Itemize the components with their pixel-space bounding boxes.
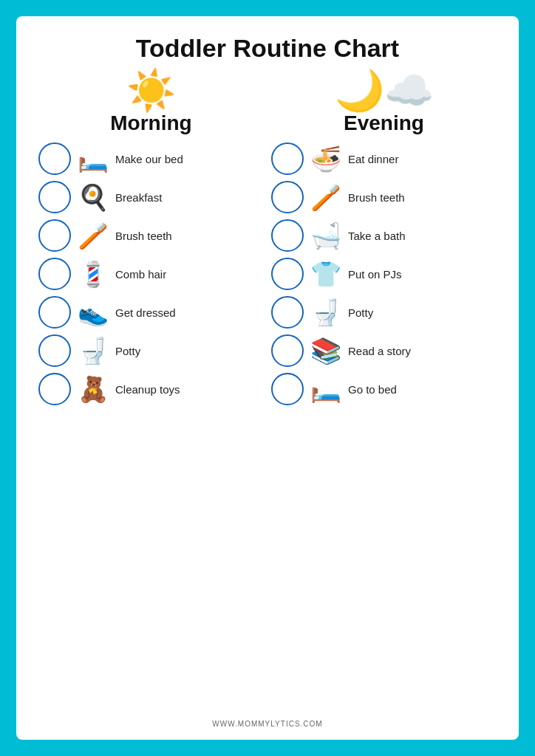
morning-task-item: 🚽 Potty (38, 333, 264, 368)
morning-checkbox-4[interactable] (38, 296, 71, 329)
evening-task-list: 🍜 Eat dinner 🪥 Brush teeth 🛁 Take a bath… (271, 141, 497, 407)
morning-checkbox-3[interactable] (38, 258, 71, 290)
evening-task-icon-1: 🪥 (308, 182, 344, 212)
evening-checkbox-3[interactable] (271, 258, 304, 290)
morning-task-item: 👟 Get dressed (38, 295, 264, 330)
evening-task-label-5: Read a story (348, 345, 411, 357)
evening-checkbox-5[interactable] (271, 334, 304, 367)
evening-task-label-3: Put on PJs (348, 268, 402, 281)
evening-task-item: 🚽 Potty (271, 295, 497, 330)
morning-title: Morning (110, 111, 191, 135)
morning-checkbox-2[interactable] (38, 219, 71, 252)
morning-task-label-6: Cleanup toys (115, 383, 180, 396)
morning-task-list: 🛏️ Make our bed 🍳 Breakfast 🪥 Brush teet… (38, 141, 264, 407)
evening-task-item: 👕 Put on PJs (271, 256, 497, 292)
evening-task-label-4: Potty (348, 306, 373, 319)
morning-task-item: 🪥 Brush teeth (38, 218, 264, 253)
evening-task-icon-0: 🍜 (308, 144, 344, 173)
evening-task-item: 🛏️ Go to bed (271, 371, 497, 407)
morning-task-icon-2: 🪥 (75, 221, 111, 250)
evening-task-icon-3: 👕 (308, 259, 344, 289)
evening-task-item: 🍜 Eat dinner (271, 141, 497, 176)
morning-task-icon-5: 🚽 (75, 336, 111, 365)
page-title: Toddler Routine Chart (136, 34, 399, 63)
evening-task-icon-5: 📚 (308, 336, 344, 365)
evening-task-item: 🪥 Brush teeth (271, 179, 497, 215)
sun-icon: ☀️ (126, 70, 176, 110)
morning-task-label-0: Make our bed (115, 153, 183, 165)
morning-column: ☀️ Morning 🛏️ Make our bed 🍳 Breakfast 🪥… (38, 70, 264, 717)
evening-task-label-2: Take a bath (348, 230, 406, 242)
morning-task-item: 🍳 Breakfast (38, 179, 264, 215)
morning-task-label-5: Potty (115, 345, 140, 357)
evening-column: 🌙☁️ Evening 🍜 Eat dinner 🪥 Brush teeth 🛁… (271, 70, 497, 717)
morning-task-icon-6: 🧸 (75, 374, 111, 404)
morning-task-icon-1: 🍳 (75, 182, 111, 212)
morning-task-label-1: Breakfast (115, 191, 162, 204)
morning-task-item: 💈 Comb hair (38, 256, 264, 292)
morning-task-icon-4: 👟 (75, 298, 111, 327)
morning-header: ☀️ Morning (110, 70, 191, 135)
evening-task-item: 📚 Read a story (271, 333, 497, 368)
footer: WWW.MOMMYLYTICS.COM (212, 720, 322, 728)
morning-task-icon-0: 🛏️ (75, 144, 111, 173)
morning-checkbox-5[interactable] (38, 334, 71, 367)
evening-checkbox-1[interactable] (271, 181, 304, 213)
page: Toddler Routine Chart ☀️ Morning 🛏️ Make… (16, 16, 519, 740)
morning-task-item: 🛏️ Make our bed (38, 141, 264, 176)
evening-checkbox-2[interactable] (271, 219, 304, 252)
evening-task-icon-6: 🛏️ (308, 374, 344, 404)
evening-checkbox-4[interactable] (271, 296, 304, 329)
morning-checkbox-6[interactable] (38, 373, 71, 405)
morning-task-label-3: Comb hair (115, 268, 166, 281)
evening-task-item: 🛁 Take a bath (271, 218, 497, 253)
moon-icon: 🌙☁️ (335, 70, 434, 110)
evening-title: Evening (344, 111, 424, 135)
morning-checkbox-1[interactable] (38, 181, 71, 213)
evening-task-icon-2: 🛁 (308, 221, 344, 250)
evening-header: 🌙☁️ Evening (335, 70, 434, 135)
morning-task-icon-3: 💈 (75, 259, 111, 289)
evening-checkbox-0[interactable] (271, 142, 304, 175)
evening-checkbox-6[interactable] (271, 373, 304, 405)
evening-task-label-0: Eat dinner (348, 153, 398, 165)
morning-task-item: 🧸 Cleanup toys (38, 371, 264, 407)
morning-checkbox-0[interactable] (38, 142, 71, 175)
evening-task-label-6: Go to bed (348, 383, 397, 396)
columns: ☀️ Morning 🛏️ Make our bed 🍳 Breakfast 🪥… (38, 70, 497, 717)
evening-task-label-1: Brush teeth (348, 191, 405, 204)
evening-task-icon-4: 🚽 (308, 298, 344, 327)
morning-task-label-4: Get dressed (115, 306, 176, 319)
morning-task-label-2: Brush teeth (115, 230, 172, 242)
